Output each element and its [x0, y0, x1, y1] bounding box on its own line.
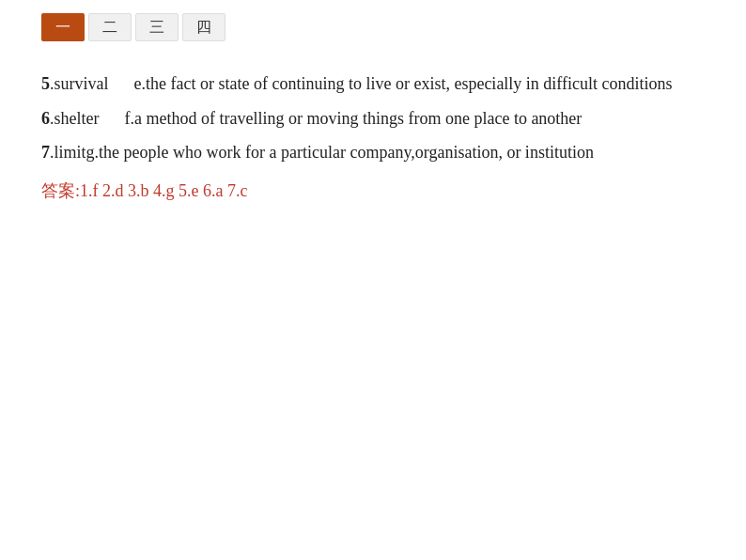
answer-line: 答案:1.f 2.d 3.b 4.g 5.e 6.a 7.c: [41, 177, 705, 206]
tab-3[interactable]: 三: [135, 13, 179, 41]
entry-6-definition: f.a method of travelling or moving thing…: [124, 109, 582, 128]
entry-7-word: .limit: [50, 143, 86, 162]
entry-7: 7.limitg.the people who work for a parti…: [41, 138, 705, 167]
entry-7-number: 7: [41, 143, 50, 162]
tab-2[interactable]: 二: [88, 13, 132, 41]
answer-text: :1.f 2.d 3.b 4.g 5.e 6.a 7.c: [75, 181, 247, 200]
main-content: 5.survival e.the fact or state of contin…: [0, 41, 746, 205]
entry-6-number: 6: [41, 109, 50, 128]
entry-6: 6.shelter f.a method of travelling or mo…: [41, 104, 705, 133]
entry-7-definition: g.the people who work for a particular c…: [86, 143, 594, 162]
tab-4[interactable]: 四: [182, 13, 225, 41]
tab-1[interactable]: 一: [41, 13, 85, 41]
entry-5-definition: e.the fact or state of continuing to liv…: [134, 74, 673, 93]
entry-5-word: .survival: [50, 74, 109, 93]
entry-6-word: .shelter: [50, 109, 99, 128]
entry-5-number: 5: [41, 74, 50, 93]
tab-bar: 一 二 三 四: [0, 0, 746, 41]
answer-label: 答案: [41, 181, 75, 200]
entry-5: 5.survival e.the fact or state of contin…: [41, 70, 705, 99]
